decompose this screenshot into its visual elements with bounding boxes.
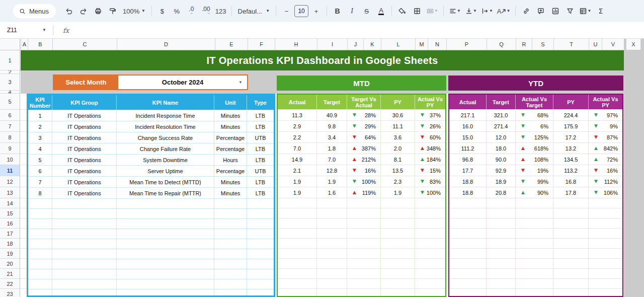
- column-header-t[interactable]: T: [553, 39, 589, 50]
- row-header-22[interactable]: 22: [0, 279, 20, 289]
- increase-font-size-button[interactable]: +: [309, 5, 323, 18]
- empty-cell[interactable]: [381, 198, 415, 208]
- column-header-q[interactable]: Q: [487, 39, 516, 50]
- empty-cell[interactable]: [21, 110, 27, 121]
- empty-cell[interactable]: [317, 229, 347, 238]
- kpi-number-cell[interactable]: 2: [28, 121, 52, 132]
- font-select[interactable]: Defaul... ▼: [235, 5, 273, 18]
- row-header-20[interactable]: 20: [0, 259, 20, 269]
- empty-cell[interactable]: [347, 259, 381, 268]
- empty-cell[interactable]: [415, 289, 445, 297]
- row-header-17[interactable]: 17: [0, 229, 20, 239]
- mtd-py-header[interactable]: PY: [381, 95, 415, 109]
- column-header-c[interactable]: C: [52, 39, 117, 50]
- empty-cell[interactable]: [516, 289, 553, 297]
- unit-cell[interactable]: Percentage: [214, 132, 247, 143]
- row-header-23[interactable]: 23: [0, 289, 20, 297]
- empty-cell[interactable]: [589, 279, 622, 288]
- more-formats-button[interactable]: 123: [214, 5, 228, 18]
- mtd-py-cell[interactable]: 13.5: [381, 165, 415, 176]
- empty-cell[interactable]: [487, 208, 516, 218]
- empty-cell[interactable]: [117, 229, 214, 239]
- empty-cell[interactable]: [21, 289, 27, 297]
- empty-cell[interactable]: [516, 259, 553, 268]
- ytd-py-cell[interactable]: 224.4: [553, 110, 589, 120]
- empty-cell[interactable]: [278, 218, 317, 228]
- kpi-group-cell[interactable]: IT Operations: [52, 143, 117, 154]
- row-header-21[interactable]: 21: [0, 269, 20, 279]
- italic-button[interactable]: I: [345, 5, 359, 18]
- menus-button[interactable]: Menus: [13, 4, 56, 18]
- row-header-10[interactable]: 10: [0, 154, 20, 165]
- mtd-actual-cell[interactable]: 11.3: [278, 110, 317, 120]
- row-header-12[interactable]: 12: [0, 176, 20, 187]
- mtd-py-cell[interactable]: 1.9: [381, 187, 415, 198]
- empty-cell[interactable]: [247, 269, 274, 279]
- row-header-18[interactable]: 18: [0, 239, 20, 249]
- mtd-actual-header[interactable]: Actual: [278, 95, 317, 109]
- mtd-py-cell[interactable]: 2.0: [381, 143, 415, 154]
- ytd-actual-vs-target-cell[interactable]: ▼6%: [516, 121, 553, 131]
- empty-cell[interactable]: [117, 239, 214, 249]
- type-cell[interactable]: UTB: [247, 166, 274, 176]
- type-cell[interactable]: LTB: [247, 155, 274, 165]
- empty-cell[interactable]: [381, 208, 415, 218]
- format-currency-button[interactable]: $: [155, 5, 169, 18]
- kpi-number-cell[interactable]: 1: [28, 110, 52, 121]
- empty-cell[interactable]: [28, 219, 52, 229]
- ytd-py-cell[interactable]: 16.8: [553, 176, 589, 187]
- empty-cell[interactable]: [415, 279, 445, 288]
- empty-cell[interactable]: [21, 176, 27, 187]
- decrease-font-size-button[interactable]: −: [280, 5, 293, 18]
- kpi-group-cell[interactable]: IT Operations: [52, 132, 117, 143]
- zoom-select[interactable]: 100% ▼: [120, 5, 148, 18]
- empty-cell[interactable]: [52, 259, 117, 269]
- mtd-target-vs-actual-cell[interactable]: ▼16%: [347, 165, 381, 176]
- borders-button[interactable]: [410, 5, 424, 18]
- empty-cell[interactable]: [553, 239, 589, 248]
- empty-cell[interactable]: [278, 239, 317, 248]
- mtd-actual-cell[interactable]: 1.9: [278, 187, 317, 198]
- empty-cell[interactable]: [516, 218, 553, 228]
- ytd-target-cell[interactable]: 18.0: [487, 143, 516, 154]
- font-size-input[interactable]: 10: [294, 5, 308, 17]
- empty-cell[interactable]: [553, 218, 589, 228]
- empty-cell[interactable]: [516, 229, 553, 238]
- empty-cell[interactable]: [516, 208, 553, 218]
- mtd-py-cell[interactable]: 11.1: [381, 121, 415, 131]
- empty-cell[interactable]: [449, 269, 487, 278]
- ytd-py-cell[interactable]: 17.8: [553, 187, 589, 198]
- empty-cell[interactable]: [214, 219, 247, 229]
- row-header-7[interactable]: 7: [0, 121, 20, 132]
- empty-cell[interactable]: [214, 229, 247, 239]
- ytd-actual-cell[interactable]: 217.1: [449, 110, 487, 120]
- ytd-actual-vs-target-cell[interactable]: ▼125%: [516, 132, 553, 142]
- empty-cell[interactable]: [553, 208, 589, 218]
- empty-cell[interactable]: [214, 239, 247, 249]
- type-cell[interactable]: LTB: [247, 143, 274, 154]
- empty-cell[interactable]: [487, 269, 516, 278]
- ytd-actual-vs-py-cell[interactable]: ▼9%: [589, 121, 622, 131]
- kpi-info-kpi-number-header[interactable]: KPI Number: [28, 95, 52, 110]
- empty-cell[interactable]: [52, 249, 117, 259]
- empty-cell[interactable]: [381, 289, 415, 297]
- empty-cell[interactable]: [28, 269, 52, 279]
- empty-cell[interactable]: [28, 289, 52, 297]
- column-header-b[interactable]: B: [28, 39, 52, 50]
- empty-cell[interactable]: [247, 199, 274, 208]
- column-header-s[interactable]: S: [532, 39, 553, 50]
- mtd-actual-vs-py-cell[interactable]: ▼60%: [415, 132, 445, 142]
- fill-color-button[interactable]: [395, 5, 409, 18]
- ytd-actual-cell[interactable]: 111.2: [449, 143, 487, 154]
- empty-cell[interactable]: [247, 239, 274, 249]
- column-header-d[interactable]: D: [117, 39, 215, 50]
- empty-cell[interactable]: [589, 239, 622, 248]
- empty-cell[interactable]: [247, 229, 274, 239]
- ytd-actual-cell[interactable]: 18.8: [449, 176, 487, 187]
- empty-cell[interactable]: [21, 279, 27, 289]
- kpi-group-cell[interactable]: IT Operations: [52, 121, 117, 132]
- mtd-py-cell[interactable]: 30.6: [381, 110, 415, 120]
- empty-cell[interactable]: [52, 209, 117, 218]
- empty-cell[interactable]: [247, 209, 274, 218]
- ytd-actual-vs-py-header[interactable]: Actual Vs PY: [589, 95, 622, 109]
